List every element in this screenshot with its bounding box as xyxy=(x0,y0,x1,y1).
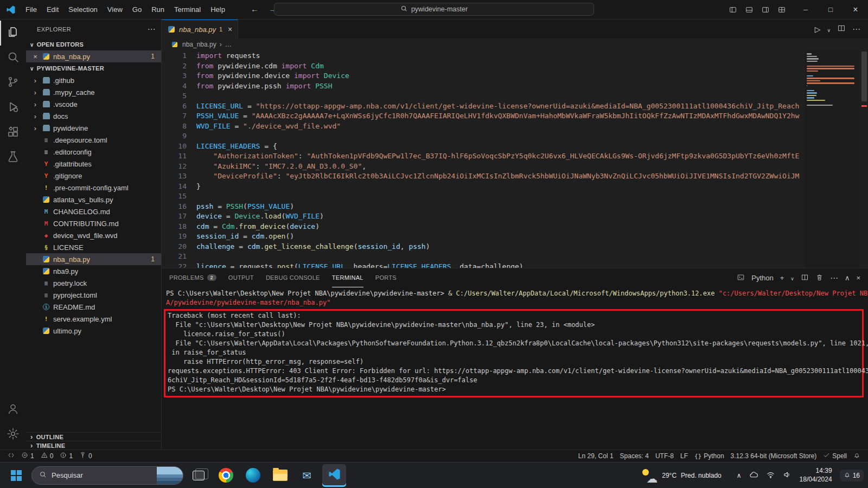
code-line[interactable]: from pywidevine.cdm import Cdm xyxy=(196,61,868,72)
line-number[interactable]: 16 xyxy=(162,202,187,212)
tree-item[interactable]: ≡poetry.lock xyxy=(26,277,161,289)
panel-more-actions-icon[interactable] xyxy=(830,273,838,283)
split-terminal-icon[interactable] xyxy=(801,273,809,283)
code-line[interactable]: } xyxy=(196,182,868,192)
line-number[interactable]: 13 xyxy=(162,171,187,182)
code-line[interactable]: PSSH_VALUE = "AAAAcXBzc2gAAAAA7e+LqXnWSs… xyxy=(196,111,868,121)
new-terminal-icon[interactable]: + xyxy=(780,274,784,282)
tree-item[interactable]: ultimo.py xyxy=(26,325,161,337)
activity-search[interactable] xyxy=(0,46,26,70)
editor-scrollbar[interactable] xyxy=(860,50,868,268)
line-number[interactable]: 17 xyxy=(162,211,187,222)
code-line[interactable] xyxy=(196,91,868,101)
open-editors-header[interactable]: OPEN EDITORS xyxy=(26,38,161,50)
activity-extensions[interactable] xyxy=(0,120,26,145)
tree-item[interactable]: nba9.py xyxy=(26,265,161,277)
maximize-button[interactable] xyxy=(818,0,843,19)
run-dropdown-icon[interactable] xyxy=(827,24,831,34)
tree-item[interactable]: pywidevine xyxy=(26,122,161,134)
tree-item[interactable]: §LICENSE xyxy=(26,241,161,253)
code-line[interactable] xyxy=(196,252,868,262)
back-arrow-icon[interactable]: ← xyxy=(251,4,259,14)
activity-debug[interactable] xyxy=(0,95,26,120)
tree-item[interactable]: MCONTRIBUTING.md xyxy=(26,217,161,229)
line-number[interactable]: 21 xyxy=(162,252,187,262)
search-highlight-image[interactable] xyxy=(157,466,183,485)
close-tab-icon[interactable] xyxy=(226,25,232,34)
scrollbar-thumb[interactable] xyxy=(861,52,867,101)
activity-account[interactable] xyxy=(0,397,26,422)
remote-indicator[interactable] xyxy=(4,450,18,462)
tree-item[interactable]: docs xyxy=(26,110,161,122)
tree-item[interactable]: ≡.deepsource.toml xyxy=(26,134,161,146)
taskbar-clock[interactable]: 14:39 18/04/2024 xyxy=(800,467,832,484)
python-interpreter[interactable]: 3.12.3 64-bit (Microsoft Store) xyxy=(727,450,820,462)
status-error-count[interactable]: 1 xyxy=(18,450,37,462)
line-number[interactable]: 10 xyxy=(162,142,187,152)
tray-item-chevron-up[interactable] xyxy=(737,472,742,479)
close-editor-icon[interactable] xyxy=(31,53,39,61)
code-editor[interactable]: 12345678910111213141516171819202122 impo… xyxy=(162,50,868,268)
task-view-button[interactable] xyxy=(187,464,210,487)
open-editor-item[interactable]: nba_nba.py 1 xyxy=(26,50,161,62)
line-number[interactable]: 6 xyxy=(162,101,187,112)
panel-tab-terminal[interactable]: TERMINAL xyxy=(332,268,363,287)
tree-item[interactable]: Y.gitattributes xyxy=(26,158,161,170)
line-number[interactable]: 3 xyxy=(162,71,187,81)
tree-item[interactable]: ≡.editorconfig xyxy=(26,146,161,158)
tree-item[interactable]: !serve.example.yml xyxy=(26,313,161,325)
timeline-header[interactable]: TIMELINE xyxy=(26,441,161,450)
activity-source-control[interactable] xyxy=(0,70,26,95)
cursor-position[interactable]: Ln 29, Col 1 xyxy=(575,450,617,462)
line-number[interactable]: 2 xyxy=(162,61,187,72)
code-line[interactable]: import requests xyxy=(196,51,868,61)
indentation[interactable]: Spaces: 4 xyxy=(617,450,652,462)
start-button[interactable] xyxy=(4,464,28,487)
editor-more-actions-icon[interactable] xyxy=(852,24,860,34)
outline-header[interactable]: OUTLINE xyxy=(26,432,161,441)
close-panel-icon[interactable]: × xyxy=(856,274,860,282)
customize-layout-icon[interactable] xyxy=(774,3,790,17)
line-number[interactable]: 7 xyxy=(162,111,187,121)
taskbar-app-edge[interactable] xyxy=(241,464,265,487)
code-line[interactable]: device = Device.load(WVD_FILE) xyxy=(196,211,868,222)
line-number[interactable]: 19 xyxy=(162,232,187,242)
taskbar-app-chrome[interactable] xyxy=(214,464,238,487)
activity-files[interactable] xyxy=(0,21,26,46)
terminal-shell-label[interactable]: Python xyxy=(751,274,773,282)
line-number[interactable]: 12 xyxy=(162,162,187,172)
line-number[interactable]: 15 xyxy=(162,191,187,202)
split-editor-icon[interactable] xyxy=(837,24,846,35)
code-line[interactable]: from pywidevine.pssh import PSSH xyxy=(196,81,868,92)
line-number[interactable]: 9 xyxy=(162,131,187,142)
line-number[interactable]: 4 xyxy=(162,81,187,92)
line-number[interactable]: 11 xyxy=(162,151,187,162)
tree-item[interactable]: Y.gitignore xyxy=(26,170,161,182)
menu-selection[interactable]: Selection xyxy=(63,4,102,15)
terminal-dropdown-icon[interactable] xyxy=(790,274,794,282)
breadcrumbs[interactable]: nba_nba.py … xyxy=(162,38,868,50)
tree-item[interactable]: MCHANGELOG.md xyxy=(26,206,161,217)
status-warning-count[interactable]: 0 xyxy=(37,450,57,462)
menu-edit[interactable]: Edit xyxy=(42,4,63,15)
panel-tab-debug-console[interactable]: DEBUG CONSOLE xyxy=(266,268,320,287)
code-line[interactable] xyxy=(196,191,868,202)
editor-tab[interactable]: nba_nba.py 1 xyxy=(162,20,238,38)
panel-tab-ports[interactable]: PORTS xyxy=(375,268,397,287)
code-line[interactable]: session_id = cdm.open() xyxy=(196,232,868,242)
menu-view[interactable]: View xyxy=(103,4,127,15)
tray-item-wifi[interactable] xyxy=(766,470,775,481)
code-line[interactable]: WVD_FILE = "./device_wvd_file.wvd" xyxy=(196,121,868,132)
maximize-panel-icon[interactable]: ∧ xyxy=(845,274,850,282)
activity-settings[interactable] xyxy=(0,422,26,447)
menu-help[interactable]: Help xyxy=(206,4,230,15)
line-number[interactable]: 14 xyxy=(162,182,187,192)
kill-terminal-icon[interactable] xyxy=(815,273,824,283)
menu-terminal[interactable]: Terminal xyxy=(169,4,206,15)
code-line[interactable]: licence = requests.post(LICENSE_URL, hea… xyxy=(196,262,868,268)
panel-tab-output[interactable]: OUTPUT xyxy=(228,268,254,287)
run-python-file-icon[interactable] xyxy=(815,24,821,34)
code-line[interactable]: "AuthorizationToken": "AuthToken1pVFdb9Q… xyxy=(196,151,868,162)
tray-item-cloud[interactable] xyxy=(749,470,758,481)
tree-item[interactable]: ◆device_wvd_file.wvd xyxy=(26,229,161,241)
